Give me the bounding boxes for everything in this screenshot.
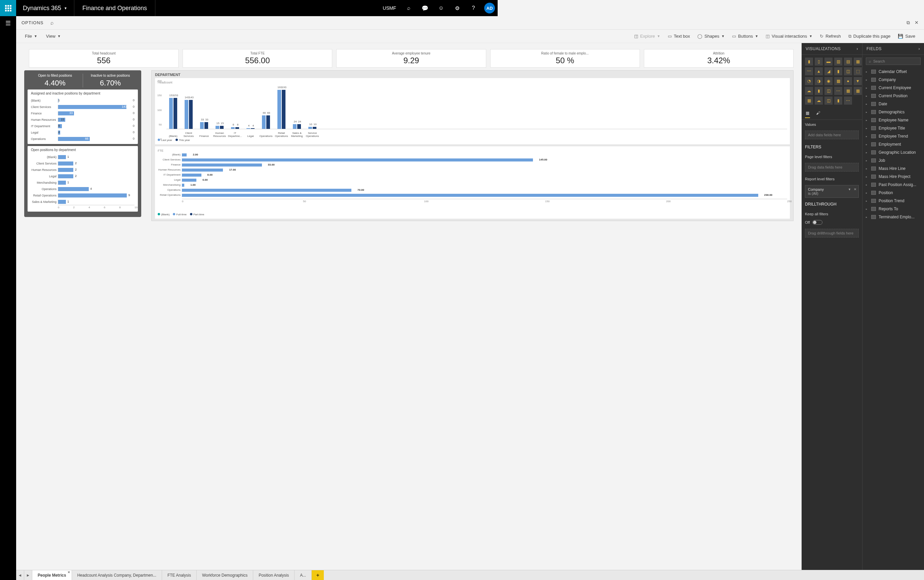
kpi-label: Ratio of female to male emplo... xyxy=(493,51,498,55)
open-positions-chart[interactable]: Open positions by department (Blank)1Cli… xyxy=(28,146,138,212)
company-code[interactable]: USMF xyxy=(378,5,401,11)
kpi-card[interactable]: Total headcount556 xyxy=(29,49,179,68)
view-menu[interactable]: View▼ xyxy=(46,34,61,39)
report-page: Total headcount556Total FTE556.00Average… xyxy=(16,43,498,290)
kpi-card[interactable]: Total FTE556.00 xyxy=(182,49,332,68)
report-body: Total headcount556Total FTE556.00Average… xyxy=(16,43,498,290)
kpi-label: Total FTE xyxy=(185,51,330,55)
kpi-card[interactable]: Ratio of female to male emplo...50 % xyxy=(490,49,498,68)
topbar-right: USMF ⌕ 💬 ☺ ⚙ ? AD xyxy=(378,0,498,16)
hamburger-icon[interactable]: ☰ xyxy=(5,20,11,27)
positions-block: Open to filled positions 4.40% Inactive … xyxy=(24,70,141,217)
product-name: Dynamics 365 xyxy=(23,5,61,12)
headcount-chart[interactable]: Headcount 200150100500 153153(Blank)1431… xyxy=(155,78,498,144)
topbar: Dynamics 365 ▼ Finance and Operations US… xyxy=(0,0,498,16)
module-name: Finance and Operations xyxy=(74,0,155,16)
assigned-chart[interactable]: Assigned and inactive positions by depar… xyxy=(28,89,138,144)
department-block: DEPARTMENT Headcount 200150100500 153153… xyxy=(151,70,498,221)
kpi-card[interactable]: Average employee tenure9.29 xyxy=(336,49,486,68)
settings-icon[interactable]: ⚙ xyxy=(449,0,465,16)
kpi-value: 9.29 xyxy=(339,56,483,65)
chevron-down-icon: ▼ xyxy=(64,7,67,10)
kpi-value: 556 xyxy=(31,56,176,65)
department-title: DEPARTMENT xyxy=(155,72,498,77)
inactive-to-active-kpi: Inactive to active positions 6.70% xyxy=(83,74,138,87)
open-to-filled-kpi: Open to filled positions 4.40% xyxy=(28,74,83,87)
app-launcher[interactable] xyxy=(0,0,16,16)
options-label[interactable]: OPTIONS xyxy=(21,20,44,25)
left-rail: ☰ xyxy=(0,16,16,290)
help-icon[interactable]: ? xyxy=(465,0,482,16)
waffle-icon xyxy=(5,5,12,12)
kpi-row: Total headcount556Total FTE556.00Average… xyxy=(24,49,498,68)
report-toolbar: File▼ View▼ ◫Explore▼ ▭Text box ◯Shapes▼… xyxy=(16,30,498,43)
product-switcher[interactable]: Dynamics 365 ▼ xyxy=(16,0,74,16)
options-search-icon[interactable]: ⌕ xyxy=(51,20,54,26)
messages-icon[interactable]: 💬 xyxy=(417,0,433,16)
options-bar: OPTIONS ⌕ ⧉ ✕ xyxy=(16,16,498,30)
file-menu[interactable]: File▼ xyxy=(25,34,37,39)
user-avatar[interactable]: AD xyxy=(484,3,495,13)
kpi-value: 50 % xyxy=(493,56,498,65)
kpi-label: Average employee tenure xyxy=(339,51,483,55)
feedback-icon[interactable]: ☺ xyxy=(433,0,449,16)
fte-chart[interactable]: FTE (Blank)2.00Client Services145.00Fina… xyxy=(155,147,498,219)
canvas: File▼ View▼ ◫Explore▼ ▭Text box ◯Shapes▼… xyxy=(16,30,498,290)
kpi-label: Total headcount xyxy=(31,51,176,55)
search-icon[interactable]: ⌕ xyxy=(401,0,417,16)
kpi-value: 556.00 xyxy=(185,56,330,65)
